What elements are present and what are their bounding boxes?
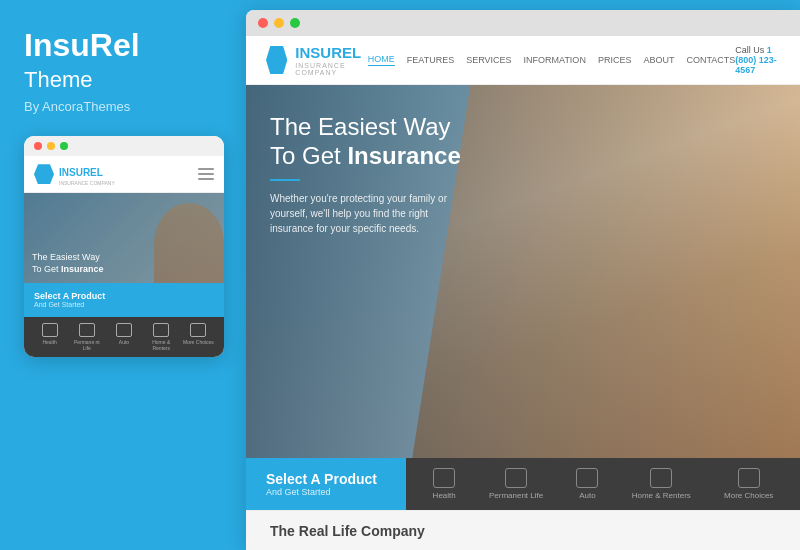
mobile-titlebar <box>24 136 224 156</box>
browser-titlebar <box>246 10 800 36</box>
mobile-mockup: INSUREL INSURANCE COMPANY The Easiest Wa… <box>24 136 224 357</box>
select-product-title: Select A Product <box>266 471 386 487</box>
browser-dot-yellow <box>274 18 284 28</box>
mobile-hero-overlay: The Easiest Way To Get Insurance <box>24 193 224 283</box>
mobile-icons-row: Health Permane nt Life Auto Home & Rente… <box>24 317 224 357</box>
mobile-icon-auto[interactable]: Auto <box>108 323 139 351</box>
mobile-logo-text: INSUREL <box>59 167 103 178</box>
select-product-icons: Health Permanent Life Auto Home & Renter… <box>406 458 800 510</box>
site-phone: Call Us 1 (800) 123-4567 <box>735 45 780 75</box>
site-bottom-snippet: The Real Life Company <box>246 510 800 550</box>
product-icon-box-auto <box>576 468 598 488</box>
product-icon-more[interactable]: More Choices <box>724 468 773 500</box>
mobile-hero-text: The Easiest Way To Get Insurance <box>32 252 104 275</box>
product-icon-auto[interactable]: Auto <box>576 468 598 500</box>
product-icon-health[interactable]: Health <box>433 468 456 500</box>
site-nav: HOME FEATURES SERVICES INFORMATION PRICE… <box>368 54 735 66</box>
browser-dot-red <box>258 18 268 28</box>
mobile-icon-box-life <box>79 323 95 337</box>
brand-by: By AncoraThemes <box>24 99 216 114</box>
mobile-hero: The Easiest Way To Get Insurance <box>24 193 224 283</box>
nav-features[interactable]: FEATURES <box>407 55 454 65</box>
mobile-icon-box-health <box>42 323 58 337</box>
product-icon-box-more <box>738 468 760 488</box>
site-header: INSUREL INSURANCE COMPANY HOME FEATURES … <box>246 36 800 85</box>
mobile-icon-life[interactable]: Permane nt Life <box>71 323 102 351</box>
browser-content: INSUREL INSURANCE COMPANY HOME FEATURES … <box>246 36 800 550</box>
mobile-logo-text-block: INSUREL INSURANCE COMPANY <box>59 162 115 186</box>
site-logo-text: INSUREL <box>295 44 361 61</box>
brand-title: InsuRel <box>24 28 216 63</box>
browser-dot-green <box>290 18 300 28</box>
mobile-menu-icon[interactable] <box>198 168 214 180</box>
mobile-select-sub: And Get Started <box>34 301 214 308</box>
mobile-icon-box-more <box>190 323 206 337</box>
product-icon-life[interactable]: Permanent Life <box>489 468 543 500</box>
product-icon-box-health <box>433 468 455 488</box>
left-panel: InsuRel Theme By AncoraThemes INSUREL IN… <box>0 0 240 550</box>
nav-contacts[interactable]: CONTACTS <box>686 55 735 65</box>
mobile-dot-yellow <box>47 142 55 150</box>
mobile-dot-green <box>60 142 68 150</box>
hero-heading: The Easiest Way To Get Insurance <box>270 113 776 171</box>
product-icon-box-home <box>650 468 672 488</box>
mobile-logo-area: INSUREL INSURANCE COMPANY <box>34 162 115 186</box>
site-logo-icon <box>266 46 287 74</box>
nav-information[interactable]: INFORMATION <box>524 55 586 65</box>
site-bottom-text: The Real Life Company <box>270 523 425 539</box>
site-hero: The Easiest Way To Get Insurance Whether… <box>246 85 800 458</box>
mobile-icon-home[interactable]: Home & Renters <box>146 323 177 351</box>
select-product-left: Select A Product And Get Started <box>246 458 406 510</box>
product-icon-home[interactable]: Home & Renters <box>632 468 691 500</box>
mobile-icon-health[interactable]: Health <box>34 323 65 351</box>
nav-services[interactable]: SERVICES <box>466 55 511 65</box>
mobile-dot-red <box>34 142 42 150</box>
select-product-sub: And Get Started <box>266 487 386 497</box>
browser-window: INSUREL INSURANCE COMPANY HOME FEATURES … <box>246 10 800 550</box>
mobile-icon-box-auto <box>116 323 132 337</box>
hero-divider <box>270 179 300 181</box>
hero-description: Whether you're protecting your family or… <box>270 191 470 236</box>
product-icon-box-life <box>505 468 527 488</box>
mobile-icon-box-home <box>153 323 169 337</box>
mobile-logo-icon <box>34 164 54 184</box>
nav-home[interactable]: HOME <box>368 54 395 66</box>
site-logo-area: INSUREL INSURANCE COMPANY <box>266 44 368 76</box>
mobile-icon-more[interactable]: More Choices <box>183 323 214 351</box>
site-logo-sub: INSURANCE COMPANY <box>295 62 367 76</box>
brand-theme: Theme <box>24 67 216 93</box>
site-logo-text-block: INSUREL INSURANCE COMPANY <box>295 44 367 76</box>
mobile-select-title: Select A Product <box>34 291 214 301</box>
select-product-bar: Select A Product And Get Started Health … <box>246 458 800 510</box>
nav-prices[interactable]: PRICES <box>598 55 632 65</box>
nav-about[interactable]: ABOUT <box>643 55 674 65</box>
mobile-header: INSUREL INSURANCE COMPANY <box>24 156 224 193</box>
mobile-logo-sub: INSURANCE COMPANY <box>59 180 115 186</box>
hero-text-content: The Easiest Way To Get Insurance Whether… <box>246 85 800 458</box>
mobile-select-bar: Select A Product And Get Started <box>24 283 224 317</box>
